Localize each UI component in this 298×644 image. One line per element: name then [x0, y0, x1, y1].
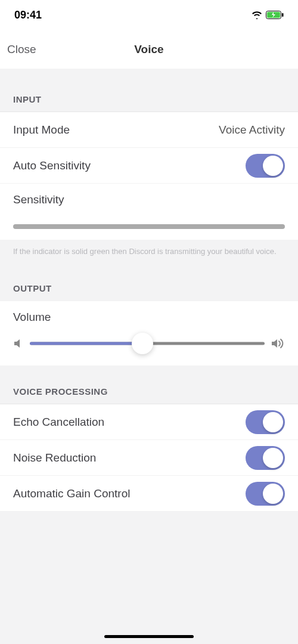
- toggle-knob: [263, 412, 283, 432]
- auto-sensitivity-label: Auto Sensitivity: [13, 159, 91, 172]
- section-header-output: OUTPUT: [0, 263, 298, 301]
- noise-reduction-row: Noise Reduction: [0, 440, 298, 476]
- noise-reduction-label: Noise Reduction: [13, 451, 96, 465]
- status-bar: 09:41: [0, 0, 298, 30]
- echo-cancellation-label: Echo Cancellation: [13, 416, 104, 429]
- automatic-gain-control-toggle[interactable]: [246, 482, 285, 506]
- echo-cancellation-row: Echo Cancellation: [0, 404, 298, 440]
- input-mode-value: Voice Activity: [219, 123, 285, 137]
- section-header-input: INPUT: [0, 69, 298, 112]
- status-icons: [252, 11, 284, 19]
- svg-rect-2: [282, 13, 284, 17]
- toggle-knob: [263, 448, 283, 468]
- toggle-knob: [263, 484, 283, 504]
- slider-fill: [30, 342, 142, 345]
- speaker-high-icon: [271, 338, 285, 349]
- battery-icon: [266, 11, 284, 19]
- auto-sensitivity-row: Auto Sensitivity: [0, 148, 298, 184]
- auto-sensitivity-toggle[interactable]: [246, 154, 285, 178]
- wifi-icon: [252, 11, 262, 19]
- status-time: 09:41: [14, 9, 42, 21]
- slider-thumb[interactable]: [132, 333, 153, 354]
- sensitivity-row: Sensitivity: [0, 184, 298, 240]
- volume-row: Volume: [0, 301, 298, 366]
- echo-cancellation-toggle[interactable]: [246, 410, 285, 434]
- sensitivity-indicator: [13, 224, 285, 229]
- toggle-knob: [263, 156, 283, 176]
- page-title: Voice: [134, 43, 163, 56]
- nav-bar: Close Voice: [0, 30, 298, 69]
- automatic-gain-control-label: Automatic Gain Control: [13, 487, 130, 500]
- speaker-low-icon: [13, 338, 24, 349]
- noise-reduction-toggle[interactable]: [246, 446, 285, 470]
- close-button[interactable]: Close: [7, 43, 36, 56]
- section-header-voiceprocessing: VOICE PROCESSING: [0, 366, 298, 404]
- automatic-gain-control-row: Automatic Gain Control: [0, 476, 298, 512]
- sensitivity-footer: If the indicator is solid green then Dis…: [0, 240, 298, 263]
- volume-label: Volume: [13, 311, 285, 324]
- input-mode-label: Input Mode: [13, 123, 70, 137]
- home-indicator[interactable]: [104, 635, 194, 638]
- volume-slider[interactable]: [30, 335, 265, 352]
- sensitivity-label: Sensitivity: [13, 193, 285, 206]
- input-mode-row[interactable]: Input Mode Voice Activity: [0, 112, 298, 148]
